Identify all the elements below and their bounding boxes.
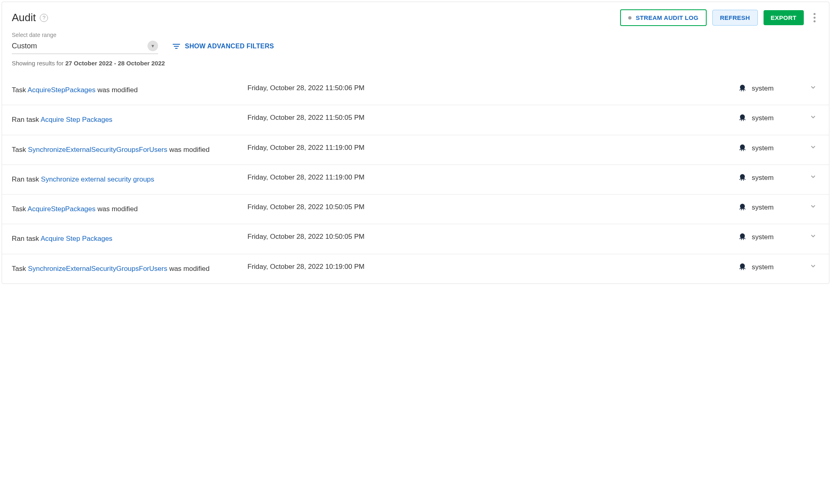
desc-suffix: was modified xyxy=(95,205,138,213)
audit-date: Friday, October 28, 2022 11:19:00 PM xyxy=(247,173,738,182)
stream-status-dot-icon xyxy=(628,16,631,19)
desc-prefix: Task xyxy=(12,146,28,154)
task-link[interactable]: Acquire Step Packages xyxy=(41,235,113,242)
audit-user: system xyxy=(738,84,807,93)
octopus-icon xyxy=(738,84,747,93)
audit-row[interactable]: Ran task Acquire Step PackagesFriday, Oc… xyxy=(2,224,829,253)
title-wrap: Audit ? xyxy=(12,11,48,24)
refresh-label: REFRESH xyxy=(720,14,750,21)
user-name: system xyxy=(752,114,774,122)
audit-user: system xyxy=(738,113,807,123)
expand-row-button[interactable] xyxy=(807,232,819,242)
dropdown-icon: ▼ xyxy=(148,41,158,51)
chevron-down-icon xyxy=(809,84,817,91)
audit-date: Friday, October 28, 2022 10:50:05 PM xyxy=(247,232,738,241)
audit-description: Ran task Acquire Step Packages xyxy=(12,113,247,126)
octopus-icon xyxy=(738,203,747,212)
date-range-value: Custom xyxy=(12,42,37,50)
date-range-select[interactable]: Select date range Custom ▼ xyxy=(12,32,158,54)
task-link[interactable]: AcquireStepPackages xyxy=(28,205,95,213)
chevron-down-icon xyxy=(809,262,817,270)
desc-suffix: was modified xyxy=(167,146,210,154)
expand-row-button[interactable] xyxy=(807,143,819,153)
audit-description: Task SynchronizeExternalSecurityGroupsFo… xyxy=(12,143,247,156)
chevron-down-icon xyxy=(809,143,817,151)
audit-date: Friday, October 28, 2022 11:19:00 PM xyxy=(247,143,738,152)
audit-user: system xyxy=(738,262,807,272)
audit-rows: Task AcquireStepPackages was modifiedFri… xyxy=(2,76,829,283)
results-prefix: Showing results for xyxy=(12,60,65,67)
refresh-button[interactable]: REFRESH xyxy=(712,10,758,26)
audit-row[interactable]: Task SynchronizeExternalSecurityGroupsFo… xyxy=(2,135,829,164)
expand-row-button[interactable] xyxy=(807,84,819,93)
date-range-value-row: Custom ▼ xyxy=(12,41,158,51)
desc-prefix: Ran task xyxy=(12,235,41,242)
audit-date: Friday, October 28, 2022 10:50:05 PM xyxy=(247,203,738,211)
stream-audit-log-label: STREAM AUDIT LOG xyxy=(636,14,698,21)
header: Audit ? STREAM AUDIT LOG REFRESH EXPORT xyxy=(2,2,829,29)
filter-icon xyxy=(173,43,180,49)
export-button[interactable]: EXPORT xyxy=(764,10,804,25)
audit-user: system xyxy=(738,203,807,212)
show-advanced-filters-button[interactable]: SHOW ADVANCED FILTERS xyxy=(173,43,274,54)
desc-suffix: was modified xyxy=(95,86,138,94)
chevron-down-icon xyxy=(809,173,817,180)
desc-prefix: Task xyxy=(12,86,28,94)
expand-row-button[interactable] xyxy=(807,173,819,182)
chevron-down-icon xyxy=(809,232,817,240)
audit-row[interactable]: Task AcquireStepPackages was modifiedFri… xyxy=(2,194,829,224)
user-name: system xyxy=(752,144,774,152)
audit-card: Audit ? STREAM AUDIT LOG REFRESH EXPORT … xyxy=(2,2,829,284)
user-name: system xyxy=(752,174,774,182)
user-name: system xyxy=(752,263,774,271)
audit-date: Friday, October 28, 2022 11:50:05 PM xyxy=(247,113,738,122)
expand-row-button[interactable] xyxy=(807,113,819,123)
audit-row[interactable]: Task AcquireStepPackages was modifiedFri… xyxy=(2,76,829,105)
audit-description: Ran task Synchronize external security g… xyxy=(12,173,247,186)
audit-description: Ran task Acquire Step Packages xyxy=(12,232,247,245)
user-name: system xyxy=(752,233,774,241)
task-link[interactable]: Acquire Step Packages xyxy=(41,116,113,123)
chevron-down-icon xyxy=(809,113,817,121)
user-name: system xyxy=(752,203,774,212)
task-link[interactable]: SynchronizeExternalSecurityGroupsForUser… xyxy=(28,265,167,273)
expand-row-button[interactable] xyxy=(807,203,819,212)
chevron-down-icon xyxy=(809,203,817,210)
date-range-label: Select date range xyxy=(12,32,158,38)
octopus-icon xyxy=(738,144,747,153)
audit-date: Friday, October 28, 2022 11:50:06 PM xyxy=(247,84,738,92)
octopus-icon xyxy=(738,263,747,272)
audit-row[interactable]: Ran task Acquire Step PackagesFriday, Oc… xyxy=(2,105,829,134)
audit-row[interactable]: Ran task Synchronize external security g… xyxy=(2,164,829,194)
audit-user: system xyxy=(738,232,807,242)
help-icon[interactable]: ? xyxy=(40,14,48,22)
task-link[interactable]: SynchronizeExternalSecurityGroupsForUser… xyxy=(28,146,167,154)
expand-row-button[interactable] xyxy=(807,262,819,272)
user-name: system xyxy=(752,84,774,93)
results-range: 27 October 2022 - 28 October 2022 xyxy=(65,60,165,67)
page-title: Audit xyxy=(12,11,36,24)
audit-description: Task AcquireStepPackages was modified xyxy=(12,203,247,216)
desc-prefix: Ran task xyxy=(12,116,41,123)
desc-prefix: Ran task xyxy=(12,175,41,183)
audit-user: system xyxy=(738,143,807,153)
audit-row[interactable]: Task SynchronizeExternalSecurityGroupsFo… xyxy=(2,254,829,283)
audit-user: system xyxy=(738,173,807,182)
desc-prefix: Task xyxy=(12,265,28,273)
octopus-icon xyxy=(738,173,747,182)
audit-description: Task SynchronizeExternalSecurityGroupsFo… xyxy=(12,262,247,275)
audit-date: Friday, October 28, 2022 10:19:00 PM xyxy=(247,262,738,271)
octopus-icon xyxy=(738,114,747,123)
advanced-filters-label: SHOW ADVANCED FILTERS xyxy=(185,43,274,50)
export-label: EXPORT xyxy=(771,14,796,21)
header-actions: STREAM AUDIT LOG REFRESH EXPORT xyxy=(620,9,819,26)
overflow-menu-button[interactable] xyxy=(809,11,819,25)
audit-description: Task AcquireStepPackages was modified xyxy=(12,84,247,97)
desc-suffix: was modified xyxy=(167,265,210,273)
stream-audit-log-button[interactable]: STREAM AUDIT LOG xyxy=(620,9,706,26)
task-link[interactable]: AcquireStepPackages xyxy=(28,86,95,94)
desc-prefix: Task xyxy=(12,205,28,213)
filters-bar: Select date range Custom ▼ SHOW ADVANCED… xyxy=(2,29,829,58)
task-link[interactable]: Synchronize external security groups xyxy=(41,175,154,183)
octopus-icon xyxy=(738,233,747,242)
